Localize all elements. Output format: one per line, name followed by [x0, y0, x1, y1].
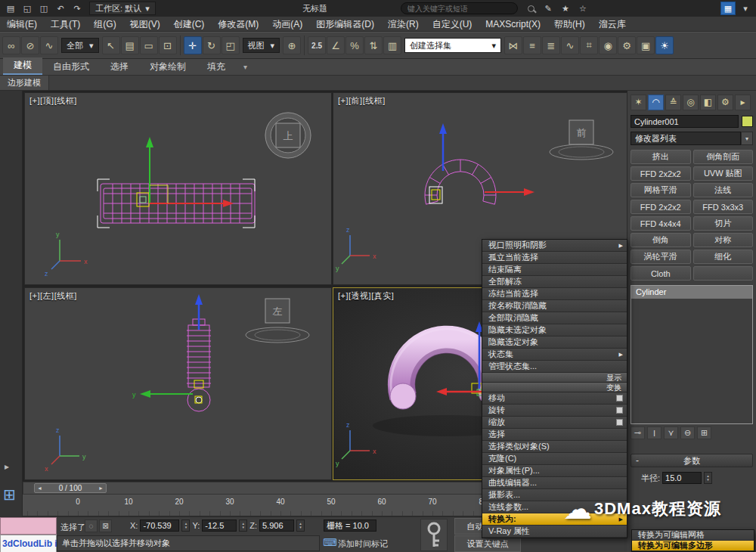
menu-customize[interactable]: 自定义(U) — [426, 17, 479, 31]
modifier-button-extrude[interactable]: 挤出 — [631, 150, 691, 164]
x-spinner[interactable]: ▴▾ — [181, 519, 190, 532]
next-frame-icon[interactable]: ► — [98, 485, 104, 491]
menu-create[interactable]: 创建(C) — [167, 17, 212, 31]
remove-modifier-icon[interactable]: ⊖ — [680, 426, 695, 439]
radius-spinner[interactable]: ▴ ▾ — [704, 472, 712, 484]
modifier-list-dropdown[interactable]: 修改器列表 ▾ — [631, 132, 753, 145]
modifier-button-cloth[interactable]: Cloth — [631, 266, 691, 281]
ribbon-tab-object-paint[interactable]: 对象绘制 — [139, 59, 197, 75]
spinner-down-icon[interactable]: ▾ — [707, 478, 709, 482]
time-slider-handle[interactable]: ◄ 0 / 100 ► — [34, 483, 107, 493]
modifier-stack[interactable]: Cylinder — [631, 285, 753, 424]
open-file-icon[interactable]: ◱ — [20, 2, 35, 15]
macro-recorder-strip[interactable] — [0, 517, 57, 535]
viewcube-icon[interactable]: 左 — [246, 299, 309, 343]
modifier-button-uvw-map[interactable]: UVW 贴图 — [693, 166, 754, 181]
select-and-link-icon[interactable]: ∞ — [2, 36, 20, 54]
select-and-rotate-icon[interactable]: ↻ — [203, 36, 221, 54]
modify-tab-icon[interactable]: ◠ — [648, 95, 664, 110]
quad-item-select-similar[interactable]: 选择类似对象(S) — [482, 441, 627, 453]
workspace-layout-icon[interactable]: ▦ — [720, 2, 736, 15]
render-production-icon[interactable]: ☀ — [655, 36, 674, 54]
viewport-top[interactable]: [+][顶][线框] 上 — [24, 92, 332, 285]
bind-to-spacewarp-icon[interactable]: ∿ — [40, 36, 58, 54]
quad-item-convert-to[interactable]: 转换为: ▶ — [482, 513, 627, 526]
modifier-button-empty[interactable] — [693, 266, 754, 281]
select-and-move-icon[interactable]: ✛ — [184, 36, 202, 54]
maxscript-listener-strip[interactable]: 3dCloudLib i — [0, 535, 57, 552]
make-unique-icon[interactable]: ⋎ — [664, 426, 678, 439]
mirror-icon[interactable]: ⋈ — [504, 36, 522, 54]
modifier-button-normal[interactable]: 法线 — [693, 183, 754, 197]
viewcube-icon[interactable]: 前 — [550, 120, 613, 160]
modifier-button-meshsmooth[interactable]: 网格平滑 — [631, 183, 691, 197]
selection-filter-dropdown[interactable]: 全部 ▾ — [61, 38, 99, 53]
quad-item-freeze-selection[interactable]: 冻结当前选择 — [482, 288, 627, 300]
polygon-modeling-panel[interactable]: 边形建模 — [0, 76, 49, 90]
quad-item-unhide-by-name[interactable]: 按名称取消隐藏 — [482, 300, 627, 312]
quad-item-vray-properties[interactable]: V-Ray 属性 — [482, 526, 627, 538]
quad-header-transform[interactable]: 变换 — [482, 383, 627, 392]
submenu-item-editable-mesh[interactable]: 转换为可编辑网格 — [632, 530, 754, 541]
align-icon[interactable]: ≡ — [523, 36, 541, 54]
subobject-handles[interactable] — [137, 193, 149, 206]
star-outline-icon[interactable]: ☆ — [575, 2, 590, 15]
quad-item-end-isolate[interactable]: 结束隔离 — [482, 264, 627, 276]
ribbon-tab-modeling[interactable]: 建模 — [3, 57, 42, 75]
undo-icon[interactable]: ↶ — [53, 2, 68, 15]
material-editor-icon[interactable]: ◉ — [599, 36, 617, 54]
viewport-label-left[interactable]: [+][左][线框] — [29, 290, 77, 302]
quad-item-unfreeze-all[interactable]: 全部解冻 — [482, 276, 627, 288]
unlink-selection-icon[interactable]: ⊘ — [21, 36, 39, 54]
search-input[interactable] — [407, 5, 511, 13]
z-coordinate-field[interactable]: 5.906 — [259, 519, 294, 532]
app-menu-icon[interactable]: ▤ — [3, 2, 18, 15]
quad-item-state-sets[interactable]: 状态集 ▶ — [482, 349, 627, 361]
modifier-button-chamfer[interactable]: 倒角 — [631, 233, 691, 247]
search-icon[interactable] — [523, 2, 538, 15]
quad-header-display[interactable]: 显示 — [482, 373, 627, 383]
more-tabs-icon[interactable]: ▸ — [735, 95, 751, 110]
y-spinner[interactable]: ▴▾ — [239, 519, 247, 532]
settings-box-icon[interactable] — [616, 407, 623, 414]
modifier-button-slice[interactable]: 切片 — [693, 216, 754, 231]
chevron-down-icon[interactable]: ▾ — [738, 2, 753, 15]
quad-item-hide-unselected[interactable]: 隐藏未选定对象 — [482, 324, 627, 336]
modifier-button-bevel-profile[interactable]: 倒角剖面 — [693, 150, 754, 164]
render-setup-icon[interactable]: ⚙ — [618, 36, 636, 54]
menu-maxscript[interactable]: MAXScript(X) — [479, 17, 547, 31]
stack-item-cylinder[interactable]: Cylinder — [631, 286, 752, 299]
settings-box-icon[interactable] — [616, 395, 623, 402]
viewport-label-perspective[interactable]: [+][透视][真实] — [338, 290, 394, 302]
quad-item-dope-sheet[interactable]: 摄影表... — [482, 489, 627, 501]
add-time-tag[interactable]: 添加时间标记 — [338, 538, 388, 550]
modifier-button-tessellate[interactable]: 细化 — [693, 250, 754, 264]
viewport-label-front[interactable]: [+][前][线框] — [338, 95, 386, 107]
z-spinner[interactable]: ▴▾ — [296, 519, 305, 532]
menu-group[interactable]: 组(G) — [87, 17, 122, 31]
quad-item-hide-selection[interactable]: 隐藏选定对象 — [482, 336, 627, 349]
utilities-tab-icon[interactable]: ⚙ — [717, 95, 733, 110]
quad-item-scale[interactable]: 缩放 — [482, 417, 627, 429]
ribbon-tab-freeform[interactable]: 自由形式 — [42, 59, 100, 75]
modifier-button-ffd4[interactable]: FFD 4x4x4 — [631, 216, 691, 231]
menu-tools[interactable]: 工具(T) — [44, 17, 87, 31]
configure-modifier-sets-icon[interactable]: ⊞ — [697, 426, 711, 439]
quad-item-curve-editor[interactable]: 曲线编辑器... — [482, 477, 627, 489]
workspace-dropdown[interactable]: 工作区: 默认 ▾ — [89, 2, 156, 15]
hierarchy-tab-icon[interactable]: ≙ — [665, 95, 681, 110]
layer-manager-icon[interactable]: ≣ — [542, 36, 560, 54]
keyboard-override-icon[interactable]: ⌨ — [323, 537, 337, 548]
quad-item-viewport-lighting[interactable]: 视口照明和阴影 ▶ — [482, 240, 627, 252]
show-end-result-icon[interactable]: I — [647, 426, 662, 439]
select-object-icon[interactable]: ↖ — [102, 36, 120, 54]
window-crossing-icon[interactable]: ⊡ — [159, 36, 177, 54]
snap-toggle-icon[interactable]: 2.5 — [308, 36, 326, 54]
modifier-button-symmetry[interactable]: 对称 — [693, 233, 754, 247]
named-selection-sets-icon[interactable]: ▥ — [383, 36, 401, 54]
menu-graph-editors[interactable]: 图形编辑器(D) — [309, 17, 381, 31]
menu-modifiers[interactable]: 修改器(M) — [211, 17, 265, 31]
settings-box-icon[interactable] — [616, 419, 623, 426]
motion-tab-icon[interactable]: ◎ — [683, 95, 699, 110]
ribbon-tab-selection[interactable]: 选择 — [100, 59, 139, 75]
